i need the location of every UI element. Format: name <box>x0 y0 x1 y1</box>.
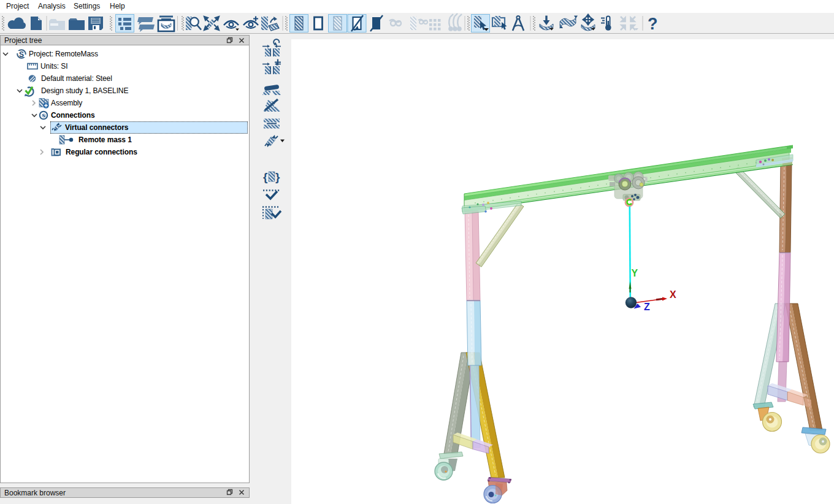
svg-text:Z: Z <box>644 302 650 312</box>
svg-text:S: S <box>19 50 24 59</box>
svg-text:Y: Y <box>632 268 638 278</box>
svg-text:{: { <box>263 170 267 183</box>
svg-text:X: X <box>670 289 676 300</box>
svg-text:}: } <box>275 170 280 183</box>
svg-text:?: ? <box>648 15 658 33</box>
